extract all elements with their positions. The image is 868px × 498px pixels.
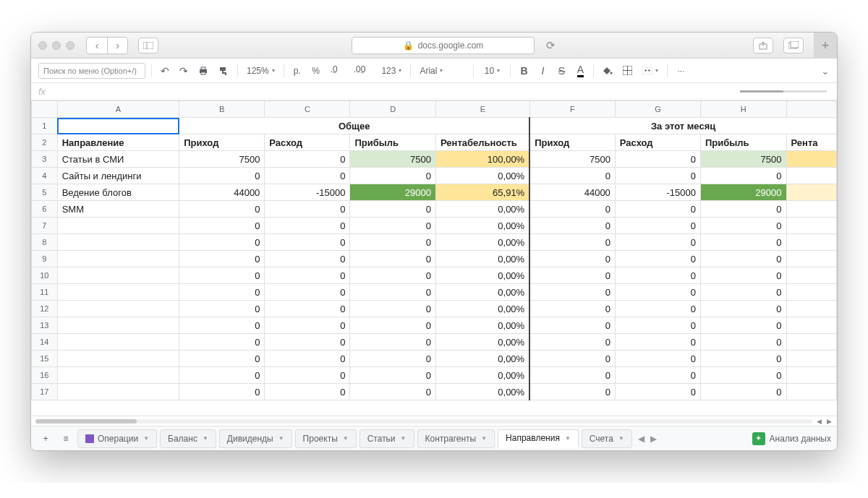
- cell[interactable]: Прибыль: [700, 134, 786, 151]
- cell[interactable]: 0: [350, 251, 436, 267]
- cell[interactable]: [786, 218, 836, 234]
- col-header-D[interactable]: D: [350, 101, 436, 118]
- cell[interactable]: 0: [179, 251, 265, 267]
- text-color-button[interactable]: A: [573, 62, 587, 80]
- cell[interactable]: 0: [265, 267, 350, 284]
- cell[interactable]: [57, 334, 179, 351]
- horizontal-scrollbar[interactable]: ◀ ▶: [31, 416, 837, 426]
- cell[interactable]: 0: [350, 234, 436, 251]
- row-header[interactable]: 16: [32, 367, 58, 384]
- row-header[interactable]: 10: [32, 267, 58, 284]
- cell[interactable]: 0: [615, 267, 700, 284]
- sheet-tab[interactable]: Статьи▼: [359, 429, 414, 448]
- cell[interactable]: 0: [179, 234, 265, 251]
- cell[interactable]: [786, 168, 836, 184]
- cell[interactable]: 0,00%: [436, 384, 530, 400]
- chevron-down-icon[interactable]: ▼: [481, 435, 487, 442]
- cell[interactable]: 0: [265, 151, 350, 168]
- cell[interactable]: 0: [700, 218, 786, 234]
- cell[interactable]: 0: [615, 384, 700, 400]
- cell[interactable]: 0: [615, 301, 700, 317]
- cell[interactable]: 65,91%: [436, 184, 530, 201]
- cell[interactable]: [786, 301, 836, 317]
- sheet-tab[interactable]: Счета▼: [582, 429, 632, 448]
- cell[interactable]: [786, 184, 836, 201]
- cell[interactable]: [57, 367, 179, 384]
- scroll-right-icon[interactable]: ▶: [825, 418, 833, 425]
- tabs-scroll-right-icon[interactable]: ▶: [650, 434, 657, 444]
- cell[interactable]: 0: [700, 201, 786, 218]
- scrollbar-track[interactable]: [35, 419, 812, 424]
- tabs-scroll-left-icon[interactable]: ◀: [638, 434, 644, 444]
- cell[interactable]: Расход: [615, 134, 700, 151]
- cell[interactable]: 0: [700, 234, 786, 251]
- row-header[interactable]: 17: [32, 384, 58, 400]
- font-family-dropdown[interactable]: Arial: [417, 62, 467, 80]
- italic-button[interactable]: I: [535, 62, 550, 80]
- cell[interactable]: 0: [350, 334, 436, 351]
- cell[interactable]: Расход: [265, 134, 350, 151]
- col-header-E[interactable]: E: [436, 101, 530, 118]
- cell[interactable]: 0: [529, 317, 615, 334]
- cell[interactable]: 0: [529, 334, 615, 351]
- col-header-C[interactable]: C: [265, 101, 350, 118]
- cell[interactable]: 0: [615, 334, 700, 351]
- cell[interactable]: 0: [350, 218, 436, 234]
- cell[interactable]: 0: [700, 367, 786, 384]
- cell[interactable]: 0: [265, 301, 350, 317]
- zoom-dropdown[interactable]: 125%: [244, 62, 278, 80]
- cell[interactable]: 0: [529, 234, 615, 251]
- cell[interactable]: [57, 218, 179, 234]
- cell[interactable]: 0: [179, 301, 265, 317]
- sheet-tab[interactable]: Проекты▼: [295, 429, 357, 448]
- cell[interactable]: 0: [179, 367, 265, 384]
- cell[interactable]: 0: [529, 284, 615, 301]
- chevron-down-icon[interactable]: ▼: [143, 435, 149, 442]
- cell[interactable]: 0,00%: [436, 234, 530, 251]
- cell[interactable]: 0: [700, 334, 786, 351]
- cell[interactable]: [786, 351, 836, 367]
- chevron-down-icon[interactable]: ▼: [618, 435, 624, 442]
- print-button[interactable]: [195, 62, 211, 80]
- cell[interactable]: 0: [615, 151, 700, 168]
- cell[interactable]: 0,00%: [436, 367, 530, 384]
- cell[interactable]: 0: [350, 267, 436, 284]
- menu-search[interactable]: Поиск по меню (Option+/): [38, 63, 145, 79]
- cell[interactable]: [786, 384, 836, 400]
- chevron-down-icon[interactable]: ▼: [343, 435, 349, 442]
- cell[interactable]: 0: [265, 284, 350, 301]
- cell[interactable]: 0: [615, 317, 700, 334]
- cell-group-general[interactable]: Общее: [179, 118, 529, 134]
- cell[interactable]: 7500: [179, 151, 265, 168]
- row-header[interactable]: 1: [32, 118, 58, 134]
- cell[interactable]: 0: [529, 201, 615, 218]
- cell[interactable]: 44000: [529, 184, 615, 201]
- bold-button[interactable]: B: [516, 62, 531, 80]
- cell[interactable]: Направление: [57, 134, 179, 151]
- row-header[interactable]: 14: [32, 334, 58, 351]
- formula-bar[interactable]: fx: [31, 83, 837, 100]
- select-all-corner[interactable]: [32, 101, 58, 118]
- col-header-A[interactable]: A: [57, 101, 179, 118]
- sheet-tab[interactable]: Направления▼: [498, 429, 579, 448]
- scroll-left-icon[interactable]: ◀: [815, 418, 822, 425]
- cell[interactable]: Прибыль: [350, 134, 436, 151]
- cell[interactable]: [786, 284, 836, 301]
- row-header[interactable]: 2: [32, 134, 58, 151]
- cell[interactable]: [786, 334, 836, 351]
- cell[interactable]: 0,00%: [436, 201, 530, 218]
- cell[interactable]: SMM: [57, 201, 179, 218]
- row-header[interactable]: 8: [32, 234, 58, 251]
- cell[interactable]: 0: [529, 168, 615, 184]
- row-header[interactable]: 3: [32, 151, 58, 168]
- cell[interactable]: 7500: [350, 151, 436, 168]
- row-header[interactable]: 5: [32, 184, 58, 201]
- merge-cells-button[interactable]: [639, 62, 661, 80]
- cell[interactable]: [57, 234, 179, 251]
- chevron-down-icon[interactable]: ▼: [565, 435, 571, 442]
- reload-icon[interactable]: ⟳: [546, 39, 556, 52]
- cell[interactable]: 0: [350, 317, 436, 334]
- paint-format-button[interactable]: [216, 62, 231, 80]
- sheet-tab[interactable]: Операции▼: [77, 429, 157, 448]
- cell[interactable]: 0: [179, 384, 265, 400]
